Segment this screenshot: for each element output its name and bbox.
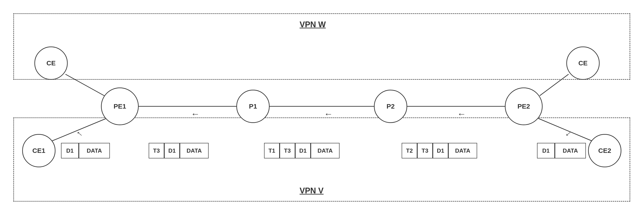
- node-p1: P1: [236, 90, 270, 123]
- arrow-p2-pe2: ←: [457, 109, 466, 119]
- pkt1-d1: D1: [61, 143, 79, 158]
- packet-pe1-p1: T3 D1 DATA: [149, 143, 208, 158]
- pkt3-data: DATA: [311, 143, 340, 158]
- packet-p2-pe2: T2 T3 D1 DATA: [402, 143, 477, 158]
- vpn-w-label: VPN W: [300, 20, 326, 29]
- packet-p1-p2: T1 T3 D1 DATA: [264, 143, 340, 158]
- node-p2: P2: [374, 90, 407, 123]
- pkt2-data: DATA: [180, 143, 208, 158]
- pkt3-d1: D1: [295, 143, 311, 158]
- pkt1-data: DATA: [79, 143, 110, 158]
- packet-ce2: D1 DATA: [537, 143, 586, 158]
- pkt2-t3: T3: [149, 143, 164, 158]
- node-ce-top-left: CE: [34, 46, 68, 80]
- packet-ce1: D1 DATA: [61, 143, 110, 158]
- pkt3-t3: T3: [280, 143, 295, 158]
- diagram-container: VPN W VPN V CE CE PE1 P1 P2 PE2: [0, 0, 644, 220]
- arrow-p1-p2: ←: [324, 109, 333, 119]
- vpn-v-label: VPN V: [300, 186, 324, 196]
- node-ce2: CE2: [588, 134, 621, 167]
- pkt3-t1: T1: [264, 143, 280, 158]
- pkt4-t2: T2: [402, 143, 417, 158]
- node-ce1: CE1: [22, 134, 56, 167]
- arrow-pe1-p1: ←: [191, 109, 200, 119]
- pkt2-d1: D1: [164, 143, 180, 158]
- pkt4-t3: T3: [417, 143, 433, 158]
- pkt4-data: DATA: [448, 143, 477, 158]
- pkt4-d1: D1: [433, 143, 448, 158]
- node-pe2: PE2: [505, 87, 542, 125]
- pkt5-data: DATA: [555, 143, 586, 158]
- pkt5-d1: D1: [537, 143, 555, 158]
- node-ce-top-right: CE: [566, 46, 600, 80]
- node-pe1: PE1: [101, 87, 139, 125]
